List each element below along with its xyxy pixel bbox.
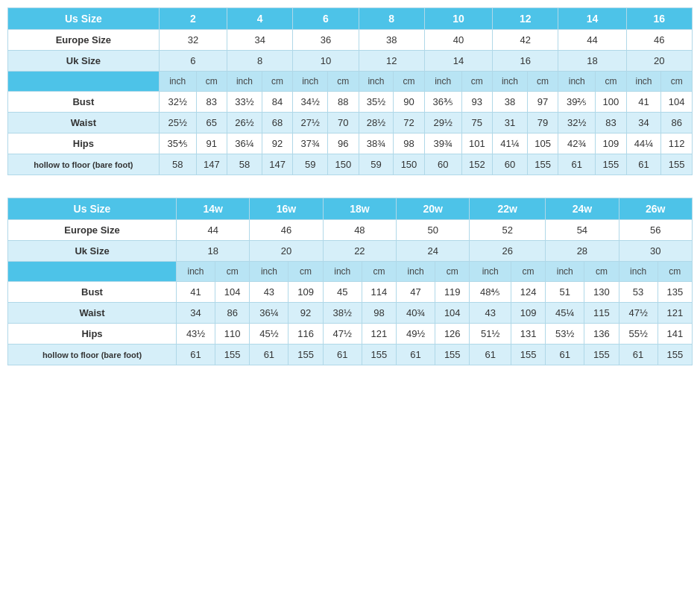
unit-inch-p1: inch xyxy=(177,262,215,282)
hips-inch-3: 37¾ xyxy=(293,133,328,154)
size-chart-standard: Us Size 2 4 6 8 10 12 14 16 Europe Size … xyxy=(7,7,693,175)
hollow-label-plus: hollow to floor (bare foot) xyxy=(8,345,177,365)
waist-inch-4: 28½ xyxy=(359,113,394,133)
uk-8: 8 xyxy=(227,51,293,72)
us-16w: 16w xyxy=(250,198,323,220)
bust-cm-1: 83 xyxy=(196,92,227,113)
us-20w: 20w xyxy=(397,198,470,220)
unit-inch-8: inch xyxy=(626,72,661,92)
unit-cm-2: cm xyxy=(262,72,293,92)
hollow-cm-p6: 155 xyxy=(584,345,619,365)
hollow-inch-p5: 61 xyxy=(470,345,511,365)
unit-row-plus: inch cm inch cm inch cm inch cm inch cm … xyxy=(8,262,693,282)
eu-44: 44 xyxy=(558,30,626,51)
us-26w: 26w xyxy=(619,198,692,220)
hips-cm-8: 112 xyxy=(661,133,693,154)
waist-inch-8: 34 xyxy=(626,113,661,133)
unit-cm-p5: cm xyxy=(511,262,545,282)
uk-30p: 30 xyxy=(619,241,692,262)
uk-10: 10 xyxy=(293,51,359,72)
uk-20p: 20 xyxy=(250,241,323,262)
unit-cm-p4: cm xyxy=(435,262,470,282)
hips-cm-p1: 110 xyxy=(215,324,250,345)
unit-inch-p6: inch xyxy=(546,262,584,282)
waist-row-plus: Waist 34 86 36¼ 92 38½ 98 40¾ 104 43 109… xyxy=(8,303,693,324)
waist-inch-p6: 45¼ xyxy=(546,303,584,324)
hollow-inch-7: 61 xyxy=(558,154,596,175)
unit-inch-4: inch xyxy=(359,72,394,92)
hollow-inch-1: 58 xyxy=(159,154,196,175)
bust-inch-3: 34½ xyxy=(293,92,328,113)
bust-inch-p6: 51 xyxy=(546,282,584,303)
waist-cm-p7: 121 xyxy=(658,303,692,324)
bust-inch-2: 33½ xyxy=(227,92,262,113)
unit-cm-6: cm xyxy=(527,72,558,92)
hollow-cm-4: 150 xyxy=(394,154,425,175)
us-22w: 22w xyxy=(470,198,546,220)
waist-inch-p4: 40¾ xyxy=(397,303,435,324)
us-size-8: 8 xyxy=(359,8,424,30)
bust-cm-8: 104 xyxy=(661,92,693,113)
hips-inch-p3: 47½ xyxy=(323,324,362,345)
eu-54p: 54 xyxy=(546,220,619,241)
hollow-inch-5: 60 xyxy=(424,154,461,175)
bust-inch-p5: 48⅘ xyxy=(470,282,511,303)
bust-inch-p7: 53 xyxy=(619,282,658,303)
size-chart-plus: Us Size 14w 16w 18w 20w 22w 24w 26w Euro… xyxy=(7,198,693,365)
unit-cm-7: cm xyxy=(596,72,627,92)
bust-row: Bust 32½ 83 33½ 84 34½ 88 35½ 90 36⅗ 93 … xyxy=(8,92,693,113)
bust-inch-p1: 41 xyxy=(177,282,215,303)
bust-cm-2: 84 xyxy=(262,92,293,113)
uk-size-row: Uk Size 6 8 10 12 14 16 18 20 xyxy=(8,51,693,72)
europe-size-label: Europe Size xyxy=(8,30,160,51)
hollow-inch-6: 60 xyxy=(493,154,528,175)
uk-size-label-plus: Uk Size xyxy=(8,241,177,262)
us-size-row-plus: Us Size 14w 16w 18w 20w 22w 24w 26w xyxy=(8,198,693,220)
us-size-16: 16 xyxy=(626,8,692,30)
hips-cm-7: 109 xyxy=(596,133,627,154)
uk-24p: 24 xyxy=(397,241,470,262)
hips-cm-p2: 116 xyxy=(288,324,323,345)
bust-cm-p3: 114 xyxy=(362,282,396,303)
waist-cm-1: 65 xyxy=(196,113,227,133)
us-size-2: 2 xyxy=(159,8,227,30)
europe-size-row-plus: Europe Size 44 46 48 50 52 54 56 xyxy=(8,220,693,241)
waist-cm-6: 79 xyxy=(527,113,558,133)
unit-cm-p3: cm xyxy=(362,262,396,282)
hollow-inch-p1: 61 xyxy=(177,345,215,365)
hollow-inch-8: 61 xyxy=(626,154,661,175)
unit-inch-p7: inch xyxy=(619,262,658,282)
us-size-label: Us Size xyxy=(8,8,160,30)
unit-label-plus xyxy=(8,262,177,282)
hollow-cm-p5: 155 xyxy=(511,345,545,365)
unit-inch-2: inch xyxy=(227,72,262,92)
bust-inch-7: 39⅖ xyxy=(558,92,596,113)
hollow-inch-p4: 61 xyxy=(397,345,435,365)
waist-cm-p6: 115 xyxy=(584,303,619,324)
bust-inch-5: 36⅗ xyxy=(424,92,461,113)
hips-cm-3: 96 xyxy=(328,133,359,154)
waist-inch-p1: 34 xyxy=(177,303,215,324)
waist-inch-1: 25½ xyxy=(159,113,196,133)
bust-label-plus: Bust xyxy=(8,282,177,303)
hips-cm-2: 92 xyxy=(262,133,293,154)
waist-inch-p2: 36¼ xyxy=(250,303,288,324)
hips-cm-4: 98 xyxy=(394,133,425,154)
bust-inch-p2: 43 xyxy=(250,282,288,303)
bust-inch-4: 35½ xyxy=(359,92,394,113)
uk-12: 12 xyxy=(359,51,424,72)
hollow-cm-6: 155 xyxy=(527,154,558,175)
hips-cm-p3: 121 xyxy=(362,324,396,345)
eu-34: 34 xyxy=(227,30,293,51)
waist-label-plus: Waist xyxy=(8,303,177,324)
unit-cm-4: cm xyxy=(394,72,425,92)
hips-cm-1: 91 xyxy=(196,133,227,154)
bust-cm-5: 93 xyxy=(461,92,493,113)
eu-40: 40 xyxy=(424,30,492,51)
unit-row: inch cm inch cm inch cm inch cm inch cm … xyxy=(8,72,693,92)
us-size-row: Us Size 2 4 6 8 10 12 14 16 xyxy=(8,8,693,30)
bust-cm-p7: 135 xyxy=(658,282,692,303)
uk-20: 20 xyxy=(626,51,692,72)
bust-cm-p6: 130 xyxy=(584,282,619,303)
waist-cm-4: 72 xyxy=(394,113,425,133)
